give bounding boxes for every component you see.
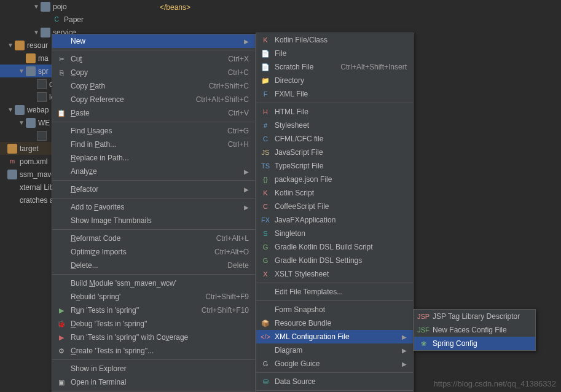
menu-item[interactable]: Delete...Delete [52, 259, 255, 272]
menu-item[interactable]: 📁Directory [256, 74, 413, 87]
menu-item[interactable]: Copy PathCtrl+Shift+C [52, 79, 255, 93]
menu-item[interactable]: New▶ [52, 34, 255, 48]
menu-item[interactable]: Find in Path...Ctrl+H [52, 138, 255, 151]
menu-item[interactable]: TSTypeScript File [256, 159, 413, 173]
menu-item[interactable]: #Stylesheet [256, 119, 413, 132]
submenu-arrow-icon: ▶ [244, 186, 249, 193]
menu-item[interactable]: Diagram▶ [256, 343, 413, 357]
G-icon: G [260, 359, 271, 369]
menu-item[interactable]: Show Image Thumbnails [52, 214, 255, 227]
blank-icon [56, 216, 67, 225]
menu-item-label: Optimize Imports [71, 248, 202, 256]
G-icon: G [260, 242, 271, 252]
menu-item[interactable]: ⚙Create 'Tests in 'spring''... [52, 344, 255, 358]
JS-icon: JS [260, 147, 271, 157]
menu-item[interactable]: ▶Run 'Tests in 'spring''Ctrl+Shift+F10 [52, 304, 255, 317]
menu-item[interactable]: Refactor▶ [52, 182, 255, 196]
menu-item[interactable]: {}package.json File [256, 173, 413, 186]
menu-item[interactable]: ▣Open in Terminal [52, 375, 255, 389]
⛁-icon: ⛁ [260, 377, 271, 386]
menu-item[interactable]: 🐞Debug 'Tests in 'spring'' [52, 317, 255, 331]
menu-item[interactable]: GGradle Kotlin DSL Settings [256, 254, 413, 267]
menu-separator [52, 391, 255, 391]
menu-item-label: FXML File [275, 90, 407, 98]
menu-item[interactable]: Build Module 'ssm_maven_wcw' [52, 276, 255, 290]
file-ico-icon [37, 79, 47, 89]
tree-item[interactable]: ▼pojo [0, 0, 129, 13]
menu-item[interactable]: Optimize ImportsCtrl+Alt+O [52, 245, 255, 259]
blank-icon [56, 184, 67, 194]
menu-item[interactable]: XXSLT Stylesheet [256, 267, 413, 281]
submenu-arrow-icon: ▶ [244, 38, 249, 45]
menu-item-label: Find Usages [71, 127, 215, 135]
X-icon: X [260, 269, 271, 279]
menu-item[interactable]: KKotlin Script [256, 186, 413, 200]
tree-item-label: resour [27, 41, 48, 50]
menu-item-label: Form Snapshot [275, 305, 407, 314]
menu-item[interactable]: JSPJSP Tag Library Descriptor [414, 310, 535, 323]
menu-item[interactable]: FXJavaFXApplication [256, 213, 413, 227]
📄-icon: 📄 [260, 62, 271, 72]
menu-item[interactable]: GGradle Kotlin DSL Build Script [256, 240, 413, 254]
menu-item[interactable]: HHTML File [256, 105, 413, 119]
menu-item[interactable]: Form Snapshot [256, 303, 413, 316]
menu-item[interactable]: SSingleton [256, 227, 413, 240]
expand-arrow-icon: ▼ [33, 3, 39, 10]
menu-item[interactable]: KKotlin File/Class [256, 33, 413, 47]
menu-item[interactable]: ⛁Data Source [256, 375, 413, 388]
menu-item[interactable]: JSJavaScript File [256, 146, 413, 159]
menu-item-label: Scratch File [275, 63, 328, 71]
❀-icon: ❀ [418, 339, 429, 348]
menu-item[interactable]: CCFML/CFC file [256, 132, 413, 146]
context-menu[interactable]: New▶✂CutCtrl+X⎘CopyCtrl+CCopy PathCtrl+S… [52, 34, 256, 392]
menu-item[interactable]: Copy ReferenceCtrl+Alt+Shift+C [52, 93, 255, 106]
menu-item-label: Spring Config [433, 339, 529, 348]
menu-item-label: TypeScript File [275, 162, 407, 170]
blank-icon [56, 261, 67, 270]
menu-item[interactable]: 📄Scratch FileCtrl+Alt+Shift+Insert [256, 60, 413, 74]
menu-item[interactable]: Analyze▶ [52, 165, 255, 178]
menu-item[interactable]: FFXML File [256, 87, 413, 101]
xml-config-submenu[interactable]: JSPJSP Tag Library DescriptorJSFNew Face… [414, 309, 536, 351]
folder-icon [26, 118, 36, 128]
menu-item[interactable]: ✂CutCtrl+X [52, 52, 255, 66]
menu-item[interactable]: Add to Favorites▶ [52, 200, 255, 214]
menu-item[interactable]: Rebuild 'spring'Ctrl+Shift+F9 [52, 290, 255, 304]
menu-separator [52, 50, 255, 50]
menu-item-label: Refactor [71, 185, 238, 194]
menu-item[interactable]: 📋PasteCtrl+V [52, 106, 255, 120]
folder-icon [41, 28, 50, 37]
menu-item[interactable]: JSFNew Faces Config File [414, 323, 535, 337]
menu-item[interactable]: ❀Spring Config [414, 337, 535, 350]
menu-item-label: Run 'Tests in 'spring'' with Coverage [71, 333, 249, 342]
menu-item[interactable]: Show in Explorer [52, 362, 255, 375]
blank-icon [56, 247, 67, 257]
menu-item-label: Copy [71, 68, 216, 77]
menu-item[interactable]: Replace in Path... [52, 151, 255, 165]
tree-item[interactable]: CPaper [0, 13, 129, 26]
menu-item[interactable]: </>XML Configuration File▶ [256, 330, 413, 343]
menu-separator [256, 283, 413, 283]
menu-item[interactable]: 📄File [256, 47, 413, 60]
menu-separator [256, 390, 413, 391]
item-icon [7, 195, 17, 205]
blank-icon [56, 167, 67, 176]
menu-item[interactable]: Reformat CodeCtrl+Alt+L [52, 232, 255, 245]
new-submenu[interactable]: KKotlin File/Class📄File📄Scratch FileCtrl… [256, 33, 414, 392]
#-icon: # [260, 120, 271, 130]
menu-item-label: Edit File Templates... [275, 288, 407, 296]
menu-item[interactable]: Edit File Templates... [256, 285, 413, 299]
menu-item[interactable]: GGoogle Guice▶ [256, 357, 413, 370]
menu-item[interactable]: 📦Resource Bundle [256, 316, 413, 330]
menu-separator [52, 359, 255, 360]
folder o-icon [15, 41, 25, 50]
menu-item[interactable]: ⎘CopyCtrl+C [52, 66, 255, 79]
menu-item-label: HTML File [275, 108, 407, 116]
menu-item[interactable]: Find UsagesCtrl+G [52, 124, 255, 138]
blank-icon [56, 278, 67, 288]
menu-item-label: Kotlin File/Class [275, 36, 407, 44]
tree-item-label: webap [27, 106, 49, 114]
menu-item[interactable]: CCoffeeScript File [256, 200, 413, 213]
menu-item[interactable]: ▶Run 'Tests in 'spring'' with Coverage [52, 331, 255, 344]
menu-separator [256, 372, 413, 373]
